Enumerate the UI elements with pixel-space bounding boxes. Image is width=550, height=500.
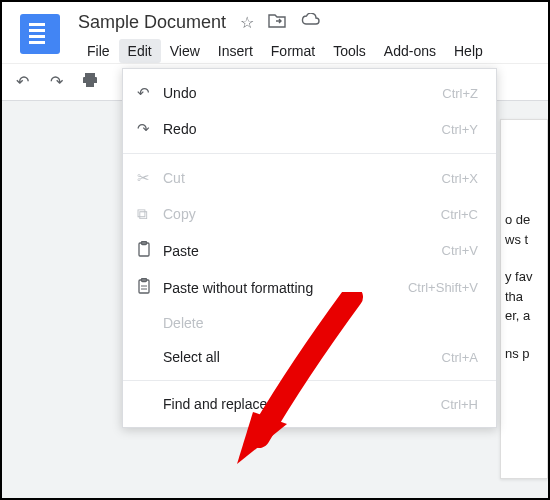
- menu-item-cut: ✂ Cut Ctrl+X: [123, 160, 496, 196]
- star-icon[interactable]: ☆: [240, 13, 254, 32]
- menu-item-shortcut: Ctrl+Shift+V: [408, 280, 478, 295]
- menu-edit[interactable]: Edit: [119, 39, 161, 63]
- menu-addons[interactable]: Add-ons: [375, 39, 445, 63]
- header: Sample Document ☆ File Edit View Insert …: [2, 2, 548, 63]
- menu-item-undo[interactable]: ↶ Undo Ctrl+Z: [123, 75, 496, 111]
- menu-tools[interactable]: Tools: [324, 39, 375, 63]
- move-icon[interactable]: [268, 13, 286, 32]
- cloud-status-icon[interactable]: [300, 13, 320, 32]
- menu-item-label: Redo: [163, 121, 442, 137]
- page-text: ws t: [505, 230, 541, 250]
- menu-item-shortcut: Ctrl+A: [442, 350, 478, 365]
- menu-item-label: Paste: [163, 243, 442, 259]
- menubar: File Edit View Insert Format Tools Add-o…: [78, 35, 540, 63]
- menu-item-shortcut: Ctrl+Z: [442, 86, 478, 101]
- menu-insert[interactable]: Insert: [209, 39, 262, 63]
- menu-item-paste[interactable]: Paste Ctrl+V: [123, 232, 496, 269]
- menu-separator: [123, 380, 496, 381]
- menu-item-shortcut: Ctrl+V: [442, 243, 478, 258]
- print-icon[interactable]: [80, 72, 100, 92]
- menu-item-label: Undo: [163, 85, 442, 101]
- menu-item-label: Copy: [163, 206, 441, 222]
- titlebar: Sample Document ☆ File Edit View Insert …: [78, 10, 540, 63]
- page-text: ns p: [505, 344, 541, 364]
- copy-icon: ⧉: [137, 205, 163, 223]
- docs-logo-icon[interactable]: [20, 14, 60, 54]
- menu-help[interactable]: Help: [445, 39, 492, 63]
- edit-dropdown: ↶ Undo Ctrl+Z ↷ Redo Ctrl+Y ✂ Cut Ctrl+X…: [122, 68, 497, 428]
- document-title[interactable]: Sample Document: [78, 12, 226, 33]
- page-text: o de: [505, 210, 541, 230]
- menu-item-label: Select all: [163, 349, 442, 365]
- menu-view[interactable]: View: [161, 39, 209, 63]
- menu-item-select-all[interactable]: Select all Ctrl+A: [123, 340, 496, 374]
- page-text: y fav: [505, 267, 541, 287]
- menu-item-label: Cut: [163, 170, 442, 186]
- redo-icon[interactable]: ↷: [46, 72, 66, 92]
- menu-item-delete: Delete: [123, 306, 496, 340]
- menu-item-paste-without-formatting[interactable]: Paste without formatting Ctrl+Shift+V: [123, 269, 496, 306]
- undo-icon[interactable]: ↶: [12, 72, 32, 92]
- menu-file[interactable]: File: [78, 39, 119, 63]
- menu-item-copy: ⧉ Copy Ctrl+C: [123, 196, 496, 232]
- menu-format[interactable]: Format: [262, 39, 324, 63]
- redo-icon: ↷: [137, 120, 163, 138]
- menu-item-label: Delete: [163, 315, 478, 331]
- menu-item-shortcut: Ctrl+X: [442, 171, 478, 186]
- menu-item-find-and-replace[interactable]: Find and replace Ctrl+H: [123, 387, 496, 421]
- document-page[interactable]: o de ws t y fav tha er, a ns p: [500, 119, 548, 479]
- page-text: tha: [505, 287, 541, 307]
- paste-plain-icon: [137, 278, 163, 297]
- menu-item-shortcut: Ctrl+C: [441, 207, 478, 222]
- cut-icon: ✂: [137, 169, 163, 187]
- menu-separator: [123, 153, 496, 154]
- menu-item-label: Find and replace: [163, 396, 441, 412]
- undo-icon: ↶: [137, 84, 163, 102]
- menu-item-shortcut: Ctrl+H: [441, 397, 478, 412]
- paste-icon: [137, 241, 163, 260]
- menu-item-label: Paste without formatting: [163, 280, 408, 296]
- menu-item-redo[interactable]: ↷ Redo Ctrl+Y: [123, 111, 496, 147]
- page-text: er, a: [505, 306, 541, 326]
- menu-item-shortcut: Ctrl+Y: [442, 122, 478, 137]
